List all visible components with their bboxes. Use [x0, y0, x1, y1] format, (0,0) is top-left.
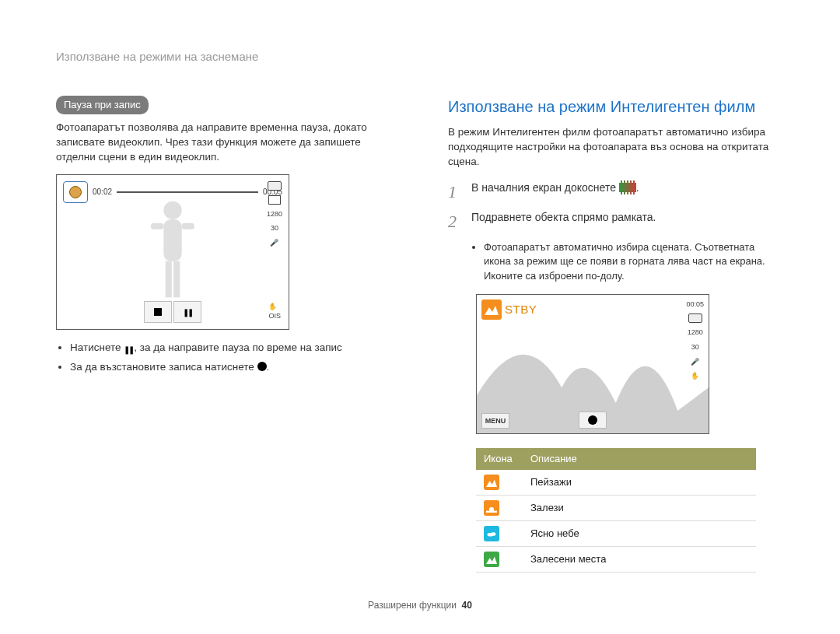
- auto-scene-note: Фотоапаратът автоматично избира сцената.…: [484, 240, 784, 283]
- svg-rect-3: [173, 261, 180, 298]
- scene-icon-table: Икона Описание Пейзажи Залези Ясно небе: [476, 448, 756, 573]
- smart-film-intro: В режим Интелигентен филм фотоапаратът а…: [448, 125, 784, 170]
- record-button[interactable]: [579, 412, 607, 429]
- breadcrumb: Използване на режими на заснемане: [56, 48, 784, 65]
- smart-film-mode-icon: [619, 180, 636, 194]
- step-2-text: Подравнете обекта спрямо рамката.: [471, 210, 656, 234]
- camera-mode-icon: [63, 181, 88, 203]
- right-column: Използване на режим Интелигентен филм В …: [448, 96, 784, 573]
- sky-icon: [484, 526, 499, 541]
- ois-icon: ✋OIS: [268, 302, 281, 321]
- smart-film-title: Използване на режим Интелигентен филм: [448, 96, 784, 117]
- fps-badge: 30: [691, 342, 699, 352]
- progress-bar: [117, 191, 258, 193]
- landscape-scene-icon: [481, 299, 502, 320]
- col-icon-header: Икона: [476, 448, 523, 470]
- step-number-1: 1: [448, 180, 462, 205]
- table-row: Ясно небе: [476, 521, 756, 547]
- menu-button[interactable]: MENU: [481, 413, 509, 429]
- table-row: Залези: [476, 496, 756, 521]
- battery-icon: [688, 313, 702, 323]
- mic-icon: 🎤: [691, 357, 699, 367]
- pause-button[interactable]: [173, 301, 201, 323]
- scene-label: Ясно небе: [523, 521, 756, 547]
- forest-icon: [484, 552, 499, 567]
- smart-film-preview: STBY 00:05 1280 30 🎤 ✋ MENU: [476, 294, 709, 434]
- record-icon: [257, 362, 267, 371]
- svg-point-0: [163, 201, 181, 219]
- storage-icon: [268, 195, 281, 205]
- svg-rect-7: [486, 510, 497, 512]
- pause-icon: [124, 342, 134, 352]
- step-number-2: 2: [448, 210, 462, 234]
- landscape-icon: [484, 475, 499, 490]
- elapsed-time: 00:02: [93, 187, 112, 198]
- page-footer: Разширени функции 40: [0, 599, 840, 612]
- sunset-icon: [484, 500, 499, 516]
- pause-recording-pill: Пауза при запис: [56, 96, 149, 114]
- stop-button[interactable]: [144, 301, 172, 323]
- svg-rect-2: [166, 261, 172, 298]
- resolution-badge: 1280: [688, 328, 703, 338]
- svg-rect-4: [151, 223, 163, 229]
- ois-icon: ✋: [691, 371, 699, 381]
- battery-icon: [268, 181, 282, 191]
- recording-screenshot: 00:02 00:05 1280 30 🎤 ✋OIS: [56, 174, 289, 330]
- table-row: Залесени места: [476, 547, 756, 573]
- fps-badge: 30: [271, 223, 278, 233]
- step-1-text: В началния екран докоснете .: [471, 180, 639, 205]
- person-silhouette: [145, 198, 200, 306]
- svg-rect-5: [182, 223, 194, 229]
- left-column: Пауза при запис Фотоапаратът позволява д…: [56, 96, 392, 573]
- table-row: Пейзажи: [476, 470, 756, 496]
- pause-intro-text: Фотоапаратът позволява да направите врем…: [56, 121, 392, 165]
- preview-time: 00:05: [686, 299, 704, 310]
- page-number: 40: [462, 600, 472, 611]
- scene-label: Залесени места: [523, 547, 756, 573]
- footer-section: Разширени функции: [368, 600, 457, 611]
- standby-label: STBY: [505, 301, 537, 317]
- pause-instruction: Натиснете , за да направите пауза по вре…: [70, 341, 392, 356]
- scene-label: Залези: [523, 496, 756, 521]
- resolution-badge: 1280: [267, 209, 282, 219]
- svg-point-9: [491, 532, 495, 536]
- svg-rect-1: [163, 219, 181, 261]
- mic-icon: 🎤: [270, 238, 278, 248]
- col-desc-header: Описание: [523, 448, 756, 470]
- scene-label: Пейзажи: [523, 470, 756, 496]
- resume-instruction: За да възстановите записа натиснете .: [70, 360, 392, 375]
